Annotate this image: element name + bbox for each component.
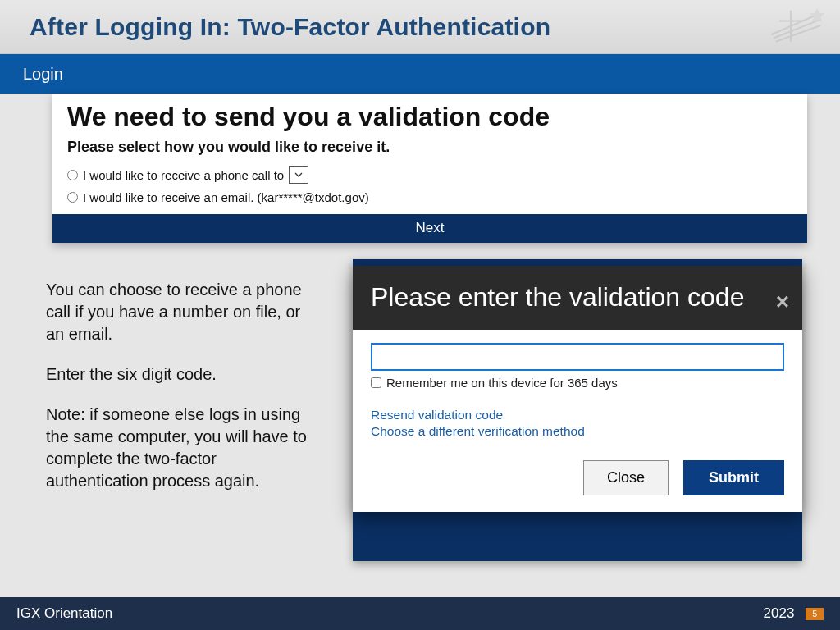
validation-heading: We need to send you a validation code bbox=[67, 102, 792, 132]
next-button[interactable]: Next bbox=[52, 214, 807, 243]
remember-checkbox[interactable] bbox=[371, 377, 381, 388]
validation-modal: Please enter the validation code × Remem… bbox=[353, 266, 802, 512]
slide-header: After Logging In: Two-Factor Authenticat… bbox=[0, 0, 840, 54]
different-method-link[interactable]: Choose a different verification method bbox=[371, 424, 784, 439]
modal-title: Please enter the validation code bbox=[371, 281, 784, 313]
body-p2: Enter the six digit code. bbox=[46, 363, 317, 386]
body-text: You can choose to receive a phone call i… bbox=[46, 279, 317, 510]
footer-left: IGX Orientation bbox=[16, 605, 112, 622]
validation-code-input[interactable] bbox=[371, 343, 784, 371]
option-email-label: I would like to receive an email. (kar**… bbox=[83, 190, 369, 204]
option-email-radio[interactable] bbox=[67, 192, 78, 203]
login-label: Login bbox=[23, 65, 63, 84]
body-p1: You can choose to receive a phone call i… bbox=[46, 279, 317, 345]
modal-links: Resend validation code Choose a differen… bbox=[371, 408, 784, 439]
remember-label: Remember me on this device for 365 days bbox=[386, 376, 618, 390]
validation-card: We need to send you a validation code Pl… bbox=[52, 94, 807, 243]
option-phone-radio[interactable] bbox=[67, 170, 78, 180]
chevron-down-icon bbox=[294, 172, 303, 177]
submit-button[interactable]: Submit bbox=[683, 460, 784, 495]
modal-body: Remember me on this device for 365 days … bbox=[353, 330, 802, 512]
validation-subheading: Please select how you would like to rece… bbox=[67, 139, 792, 156]
slide-footer: IGX Orientation 2023 5 bbox=[0, 597, 840, 630]
txdot-logo bbox=[768, 3, 825, 44]
page-number-badge: 5 bbox=[806, 608, 824, 620]
option-email-row: I would like to receive an email. (kar**… bbox=[67, 190, 792, 204]
option-phone-row: I would like to receive a phone call to bbox=[67, 166, 792, 184]
footer-year: 2023 bbox=[764, 605, 795, 622]
option-phone-label: I would like to receive a phone call to bbox=[83, 168, 284, 182]
resend-link[interactable]: Resend validation code bbox=[371, 408, 784, 422]
modal-actions: Close Submit bbox=[371, 460, 784, 495]
modal-header: Please enter the validation code × bbox=[353, 266, 802, 330]
body-p3: Note: if someone else logs in using the … bbox=[46, 404, 317, 492]
slide-title: After Logging In: Two-Factor Authenticat… bbox=[30, 13, 550, 41]
phone-dropdown[interactable] bbox=[289, 166, 308, 184]
close-icon[interactable]: × bbox=[776, 289, 789, 315]
close-button[interactable]: Close bbox=[583, 460, 669, 495]
remember-row: Remember me on this device for 365 days bbox=[371, 376, 784, 390]
login-bar: Login bbox=[0, 54, 840, 94]
